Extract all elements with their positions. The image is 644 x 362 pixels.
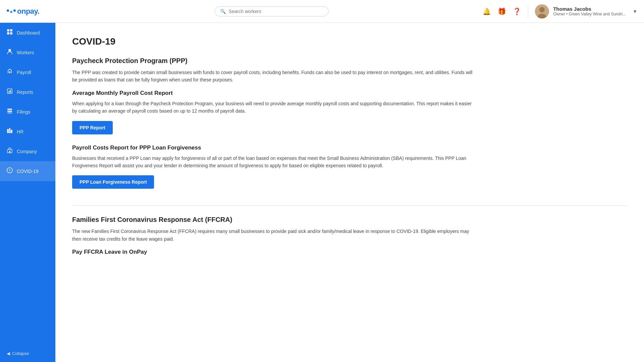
svg-rect-17	[9, 128, 10, 132]
bell-icon[interactable]: 🔔	[483, 7, 491, 15]
collapse-icon: ◀	[7, 351, 10, 356]
logo-dot-2	[10, 11, 12, 13]
ffcra-section-desc: The new Families First Coronavirus Respo…	[72, 228, 475, 243]
sidebar-item-covid19[interactable]: COVID-19	[0, 161, 55, 181]
svg-rect-15	[7, 113, 12, 113]
search-box: 🔍	[214, 6, 329, 16]
page-title: COVID-19	[72, 36, 627, 47]
sidebar-item-workers-label: Workers	[17, 50, 34, 55]
svg-rect-18	[11, 130, 12, 132]
header-icons: 🔔 🎁 ❓	[483, 7, 521, 15]
svg-rect-11	[9, 90, 10, 93]
reports-icon	[7, 88, 13, 96]
ffcra-section-title: Families First Coronavirus Response Act …	[72, 216, 627, 224]
svg-rect-6	[10, 32, 12, 35]
sidebar-item-filings-label: Filings	[17, 109, 30, 115]
app-header: onpay. 🔍 🔔 🎁 ❓ Thomas Jacobs Owner • Gre…	[0, 0, 644, 23]
covid19-icon	[7, 167, 13, 175]
hr-icon	[7, 128, 13, 135]
sidebar-item-payroll-label: Payroll	[17, 70, 31, 75]
collapse-label: Collapse	[12, 351, 29, 356]
search-icon: 🔍	[220, 9, 226, 14]
search-area: 🔍	[60, 6, 483, 16]
filings-icon	[7, 108, 13, 116]
svg-rect-23	[9, 169, 10, 171]
help-icon[interactable]: ❓	[513, 7, 521, 15]
svg-rect-10	[8, 91, 9, 93]
sidebar-item-reports-label: Reports	[17, 89, 33, 95]
ppp-section-desc: The PPP was created to provide certain s…	[72, 69, 475, 84]
gift-icon[interactable]: 🎁	[498, 7, 506, 15]
user-role: Owner • Green Valley Wine and Sundri...	[553, 12, 626, 16]
payroll-icon	[7, 68, 13, 76]
svg-rect-4	[10, 29, 12, 32]
sidebar-item-workers[interactable]: Workers	[0, 43, 55, 62]
chevron-down-icon: ▼	[633, 9, 637, 14]
workers-icon	[7, 49, 13, 56]
pay-ffcra-title: Pay FFCRA Leave in OnPay	[72, 249, 627, 255]
sidebar-item-hr[interactable]: HR	[0, 122, 55, 141]
svg-rect-19	[7, 132, 12, 133]
sidebar: Dashboard Workers Payroll	[0, 23, 55, 362]
search-input[interactable]	[229, 9, 323, 14]
avatar	[535, 4, 549, 18]
loan-forgiveness-desc: Businesses that received a PPP Loan may …	[72, 155, 475, 170]
user-name: Thomas Jacobs	[553, 6, 626, 12]
svg-rect-13	[7, 109, 12, 110]
svg-rect-21	[9, 151, 10, 153]
main-layout: Dashboard Workers Payroll	[0, 23, 644, 362]
svg-point-7	[8, 49, 11, 52]
user-info: Thomas Jacobs Owner • Green Valley Wine …	[553, 6, 626, 16]
logo-text: onpay.	[17, 7, 39, 16]
loan-forgiveness-title: Payroll Costs Report for PPP Loan Forgiv…	[72, 144, 627, 151]
svg-rect-5	[7, 32, 9, 35]
svg-rect-12	[10, 90, 11, 93]
sidebar-item-filings[interactable]: Filings	[0, 102, 55, 122]
sidebar-item-covid19-label: COVID-19	[17, 169, 39, 174]
logo[interactable]: onpay.	[7, 7, 60, 16]
sidebar-item-dashboard-label: Dashboard	[17, 30, 40, 36]
avg-monthly-desc: When applying for a loan through the Pay…	[72, 100, 475, 115]
svg-rect-14	[7, 111, 12, 112]
ppp-loan-forgiveness-button[interactable]: PPP Loan Forgiveness Report	[72, 175, 154, 189]
dashboard-icon	[7, 29, 13, 37]
company-icon	[7, 147, 13, 155]
section-divider	[72, 205, 627, 206]
sidebar-item-hr-label: HR	[17, 129, 23, 134]
user-area[interactable]: Thomas Jacobs Owner • Green Valley Wine …	[528, 4, 637, 18]
logo-dots	[7, 9, 16, 13]
sidebar-collapse[interactable]: ◀ Collapse	[0, 345, 55, 362]
ppp-section-title: Paycheck Protection Program (PPP)	[72, 57, 627, 65]
sidebar-item-company[interactable]: Company	[0, 141, 55, 161]
svg-rect-3	[7, 29, 9, 32]
svg-rect-8	[9, 71, 10, 73]
svg-point-1	[539, 7, 545, 12]
svg-point-24	[9, 171, 10, 172]
main-content: COVID-19 Paycheck Protection Program (PP…	[55, 23, 644, 362]
sidebar-item-reports[interactable]: Reports	[0, 82, 55, 102]
svg-rect-16	[7, 129, 9, 132]
sidebar-item-payroll[interactable]: Payroll	[0, 62, 55, 82]
logo-dot-3	[13, 9, 16, 12]
sidebar-item-dashboard[interactable]: Dashboard	[0, 23, 55, 43]
sidebar-item-company-label: Company	[17, 149, 37, 154]
ppp-report-button[interactable]: PPP Report	[72, 121, 113, 134]
avg-monthly-title: Average Monthly Payroll Cost Report	[72, 90, 627, 97]
logo-dot-1	[7, 9, 9, 12]
